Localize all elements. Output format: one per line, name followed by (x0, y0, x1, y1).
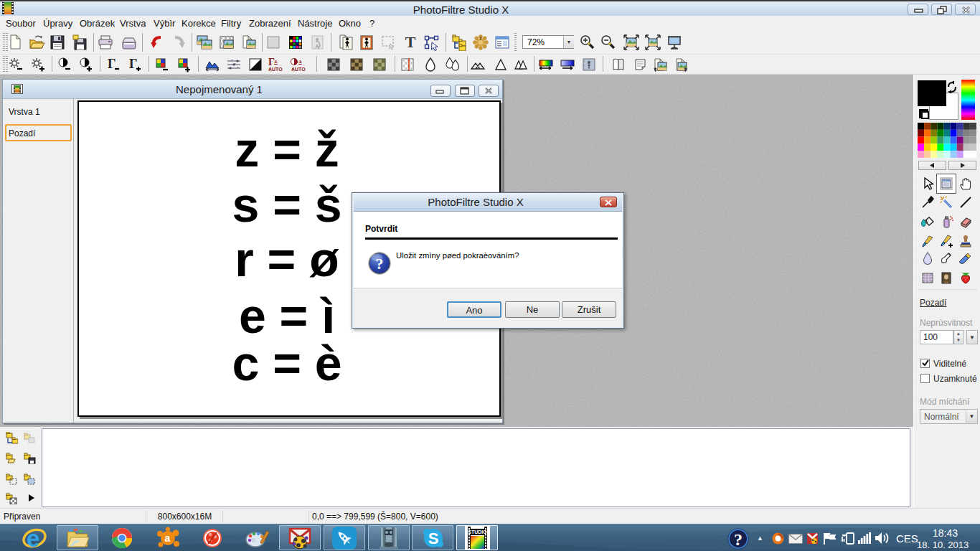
svg-text:S: S (428, 529, 439, 547)
svg-text:AUTO: AUTO (268, 67, 283, 72)
svg-text:e: e (27, 527, 39, 550)
svg-text:±: ± (298, 59, 302, 66)
svg-text:±: ± (274, 59, 278, 66)
svg-text:AUTO: AUTO (291, 67, 306, 72)
svg-text:a: a (165, 532, 171, 544)
svg-text:Γ: Γ (129, 57, 137, 71)
svg-text:Γ: Γ (108, 57, 116, 71)
svg-text:T: T (405, 34, 416, 51)
svg-text:?: ? (734, 530, 743, 549)
svg-text:?: ? (376, 255, 384, 273)
svg-text:STUDIO: STUDIO (468, 529, 487, 534)
